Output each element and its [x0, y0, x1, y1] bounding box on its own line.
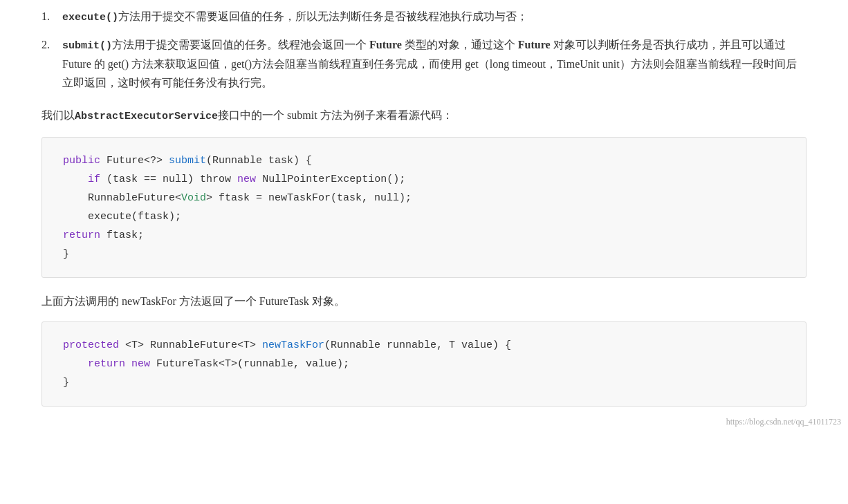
paragraph-2: 上面方法调用的 newTaskFor 方法返回了一个 FutureTask 对象… — [42, 292, 806, 310]
code-line-2-1: protected <T> RunnableFuture<T> newTaskF… — [63, 336, 785, 355]
future-bold-2: Future — [518, 39, 551, 50]
list-text-2a: 方法用于提交需要返回值的任务。线程池会返回一个 — [112, 39, 369, 50]
code-line-1-4: execute(ftask); — [63, 207, 785, 226]
code-line-1-5: return ftask; — [63, 226, 785, 245]
list-content-2: submit()方法用于提交需要返回值的任务。线程池会返回一个 Future 类… — [62, 35, 806, 93]
code-block-2: protected <T> RunnableFuture<T> newTaskF… — [42, 321, 806, 407]
code-block-1: public Future<?> submit(Runnable task) {… — [42, 137, 806, 278]
paragraph-1-text-a: 我们以 — [42, 109, 75, 121]
list-text-1: 方法用于提交不需要返回值的任务，所以无法判断任务是否被线程池执行成功与否； — [118, 10, 528, 22]
list-content-1: execute()方法用于提交不需要返回值的任务，所以无法判断任务是否被线程池执… — [62, 7, 806, 27]
list-section: 1. execute()方法用于提交不需要返回值的任务，所以无法判断任务是否被线… — [42, 7, 806, 92]
code-line-1-6: } — [63, 245, 785, 263]
list-number-2: 2. — [42, 35, 62, 93]
code-line-1-2: if (task == null) throw new NullPointerE… — [63, 170, 785, 189]
future-bold-1: Future — [369, 39, 402, 50]
list-item-1: 1. execute()方法用于提交不需要返回值的任务，所以无法判断任务是否被线… — [42, 7, 806, 27]
page-container: 1. execute()方法用于提交不需要返回值的任务，所以无法判断任务是否被线… — [0, 0, 848, 434]
watermark: https://blog.csdn.net/qq_41011723 — [726, 417, 841, 427]
paragraph-1: 我们以AbstractExecutorService接口中的一个 submit … — [42, 106, 806, 126]
code-line-2-2: return new FutureTask<T>(runnable, value… — [63, 355, 785, 373]
list-item-2: 2. submit()方法用于提交需要返回值的任务。线程池会返回一个 Futur… — [42, 35, 806, 93]
code-line-2-3: } — [63, 373, 785, 392]
code-line-1-1: public Future<?> submit(Runnable task) { — [63, 151, 785, 170]
list-text-2b: 类型的对象，通过这个 — [402, 39, 518, 50]
paragraph-1-text-b: 接口中的一个 submit 方法为例子来看看源代码： — [218, 109, 453, 121]
abstract-executor-code: AbstractExecutorService — [75, 111, 218, 122]
code-line-1-3: RunnableFuture<Void> ftask = newTaskFor(… — [63, 189, 785, 207]
list-number-1: 1. — [42, 7, 62, 27]
execute-code: execute() — [62, 12, 118, 24]
submit-code: submit() — [62, 40, 112, 52]
